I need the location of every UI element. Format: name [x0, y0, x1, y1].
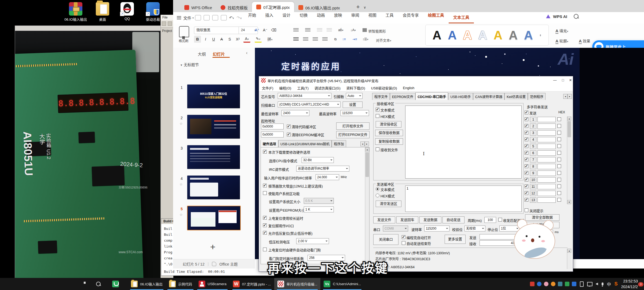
recv-to-file-checkbox[interactable]	[376, 147, 379, 151]
row-text-input[interactable]	[537, 171, 556, 176]
reset-io-checkbox[interactable]	[263, 223, 267, 227]
close-tip-label[interactable]: 关闭提示	[529, 208, 543, 213]
tray-icon[interactable]	[530, 282, 535, 286]
slide-title-text[interactable]: 定时器的应用	[281, 60, 341, 72]
clear-receive-button[interactable]: 清空接收区	[376, 121, 401, 128]
mcu-titlebar[interactable]: 单片机在线升级编程仿真调试平台软件 (V6.94Y), 远程现场升级APP发布 …	[259, 76, 573, 85]
slide-thumbnail[interactable]: 8051U深度入门到32位 51大型实战视频	[187, 84, 240, 108]
tray-icon[interactable]	[565, 282, 569, 286]
row-hex-checkbox[interactable]	[557, 137, 561, 141]
pinyin-button[interactable]: 拼▾	[266, 36, 273, 43]
increase-indent-icon[interactable]	[327, 28, 332, 32]
save-button[interactable]	[195, 15, 201, 20]
distribute-icon[interactable]: ⧉	[332, 36, 339, 43]
mcu-right-tab[interactable]: 范例程序	[528, 93, 546, 100]
recv-text-mode-label[interactable]: 文本模式	[380, 107, 394, 113]
ime-indicator[interactable]: 中	[607, 281, 611, 287]
row-text-input[interactable]	[537, 150, 556, 156]
increase-font-button[interactable]: A⁺	[254, 27, 261, 34]
row-number-button[interactable]: 10	[530, 177, 536, 183]
auto-end-checkbox[interactable]	[402, 241, 405, 245]
pin-count-select[interactable]: Auto	[346, 93, 363, 99]
wordart-style[interactable]: A	[509, 26, 518, 45]
microphone-icon[interactable]	[602, 282, 603, 285]
undo-icon[interactable]: ↶▾	[229, 15, 234, 20]
wps-menu-item[interactable]: 工具	[381, 12, 398, 23]
sort-icon[interactable]: ↓A▾	[350, 27, 357, 34]
print-button[interactable]	[204, 15, 210, 20]
row-hex-checkbox[interactable]	[557, 184, 561, 188]
desktop-icon[interactable]: 桌面	[89, 2, 116, 22]
row-hex-checkbox[interactable]	[557, 117, 561, 121]
export-button[interactable]	[212, 15, 218, 20]
row-enable-checkbox[interactable]	[525, 151, 528, 155]
copy-receive-button[interactable]: 复制接收数据	[375, 138, 403, 145]
row-text-input[interactable]	[537, 137, 556, 142]
wordart-style[interactable]: A	[493, 26, 502, 45]
mcu-menu-item[interactable]: 编程(O)	[276, 85, 294, 90]
receive-textarea[interactable]	[405, 106, 522, 179]
min-baud-select[interactable]: 2400	[281, 110, 309, 116]
row-text-input[interactable]	[537, 184, 556, 189]
row-enable-checkbox[interactable]	[525, 117, 528, 121]
row-hex-checkbox[interactable]	[557, 191, 561, 195]
wordart-style[interactable]: A	[448, 26, 457, 45]
mcu-right-tab[interactable]: EEPROM文件	[390, 93, 415, 100]
format-painter-icon[interactable]	[179, 26, 189, 37]
row-number-button[interactable]: 4	[530, 137, 536, 142]
tab-dot-icon[interactable]	[274, 6, 276, 8]
align-right-icon[interactable]	[313, 37, 318, 41]
slide-list-item[interactable]: 1 ☆ 8051U深度入门到32位 51大型实战视频	[173, 84, 255, 114]
row-enable-checkbox[interactable]	[525, 144, 528, 148]
tab-outline[interactable]: 大纲	[198, 51, 206, 57]
right-tabs-right-arrow[interactable]: ▸	[568, 94, 572, 99]
strikethrough-button[interactable]: A	[218, 36, 225, 43]
wordart-style[interactable]: A	[478, 26, 487, 45]
text-effect-button[interactable]: A 效果	[579, 38, 590, 44]
user-sys-label[interactable]: 使能用户系统区功能	[268, 191, 300, 196]
format-painter-label[interactable]: 格式刷	[177, 38, 190, 43]
desktop-icon[interactable]: 06.IO输入输出	[62, 2, 90, 22]
smart-graphic-icon[interactable]	[363, 28, 367, 32]
redo-icon[interactable]: ↷∨	[237, 15, 242, 20]
row-text-input[interactable]	[537, 191, 556, 196]
row-enable-checkbox[interactable]	[525, 184, 528, 188]
user-sys-checkbox[interactable]	[263, 191, 267, 195]
hw-tabs-left-arrow[interactable]: ◂	[360, 142, 365, 146]
hw-tab[interactable]: USB-Link1D/U8W/U8W-Mini脱机	[278, 140, 332, 147]
auto-send-button[interactable]: 自动发送	[442, 216, 464, 223]
send-data-button[interactable]: 发送数据	[419, 216, 441, 223]
row-enable-checkbox[interactable]	[525, 164, 528, 168]
row-number-button[interactable]: 2	[530, 124, 536, 129]
section-header[interactable]: ▼ 无标题节	[180, 62, 199, 67]
send-hex-mode-label[interactable]: HEX模式	[380, 193, 395, 198]
row-text-input[interactable]	[537, 144, 556, 149]
maximize-button[interactable]: □	[559, 77, 566, 83]
mcu-menu-item[interactable]: English	[400, 86, 418, 90]
row-hex-checkbox[interactable]	[557, 124, 561, 128]
tray-icon[interactable]	[551, 282, 555, 286]
mcu-menu-item[interactable]: 调试仿真接口(G)	[312, 85, 343, 90]
eeprom-size-select[interactable]: 1 K	[304, 206, 334, 212]
chip-model-select[interactable]: AI8051U-34K64	[278, 93, 331, 99]
slide-list-item[interactable]: 4 ☆	[173, 175, 255, 205]
reset-io-label[interactable]: 复位脚用作I/O口	[268, 223, 294, 228]
hw-tabs-right-arrow[interactable]: ▸	[365, 142, 369, 146]
more-settings-button[interactable]: 更多设置	[445, 235, 466, 244]
wps-menu-item[interactable]: 会员专享	[398, 12, 423, 23]
wordart-style[interactable]: A	[433, 26, 441, 45]
wps-document-tab[interactable]: 06.IO输入输出.pptx	[294, 3, 344, 12]
taskbar-app[interactable]: 单片机在线升级编...	[274, 278, 321, 290]
multi-send-all-checkbox[interactable]	[525, 111, 528, 114]
lvr-checkbox[interactable]	[263, 231, 267, 235]
mcu-menu-item[interactable]: 资料下载(D)	[343, 85, 368, 90]
wps-document-tab[interactable]: WPS Office	[180, 3, 216, 12]
row-number-button[interactable]: 11	[530, 184, 536, 189]
tray-icon[interactable]	[572, 282, 576, 286]
code-address-field[interactable]: 0x0000	[261, 124, 284, 129]
hw-tab[interactable]: 硬件选项	[261, 140, 278, 147]
align-center-icon[interactable]	[303, 37, 308, 41]
character-spacing-icon[interactable]: ab̄▾	[337, 27, 344, 34]
clear-eeprom-checkbox[interactable]	[287, 133, 291, 136]
send-hex-mode-radio[interactable]	[376, 194, 379, 197]
